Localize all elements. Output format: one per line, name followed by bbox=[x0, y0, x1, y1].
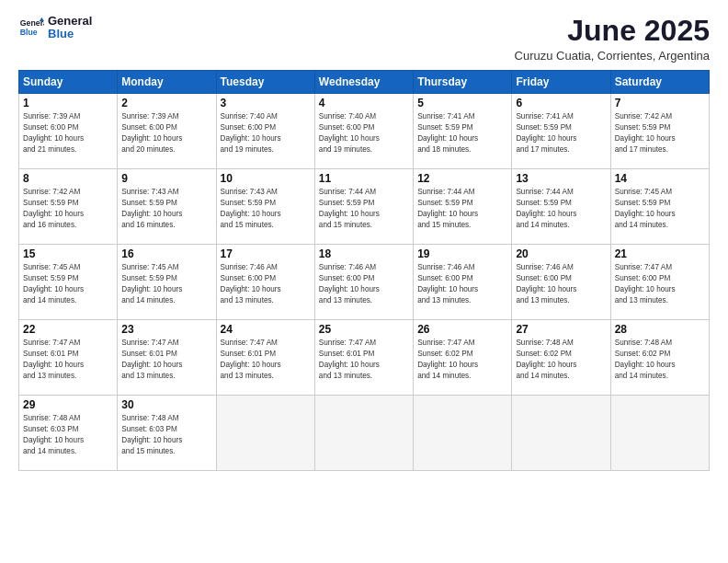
calendar-cell: 19Sunrise: 7:46 AM Sunset: 6:00 PM Dayli… bbox=[414, 245, 512, 320]
day-info: Sunrise: 7:40 AM Sunset: 6:00 PM Dayligh… bbox=[221, 111, 311, 155]
location: Curuzu Cuatia, Corrientes, Argentina bbox=[515, 49, 710, 63]
day-info: Sunrise: 7:47 AM Sunset: 6:02 PM Dayligh… bbox=[417, 338, 507, 382]
calendar-cell: 18Sunrise: 7:46 AM Sunset: 6:00 PM Dayli… bbox=[314, 245, 413, 320]
day-number: 18 bbox=[319, 247, 409, 260]
calendar-cell: 13Sunrise: 7:44 AM Sunset: 5:59 PM Dayli… bbox=[512, 169, 610, 245]
calendar-table: Sunday Monday Tuesday Wednesday Thursday… bbox=[18, 70, 710, 471]
day-number: 7 bbox=[615, 97, 705, 109]
day-info: Sunrise: 7:47 AM Sunset: 6:01 PM Dayligh… bbox=[221, 338, 311, 382]
calendar-cell bbox=[512, 396, 610, 471]
day-info: Sunrise: 7:39 AM Sunset: 6:00 PM Dayligh… bbox=[23, 111, 113, 155]
day-number: 5 bbox=[417, 97, 507, 109]
header-sunday: Sunday bbox=[19, 71, 118, 94]
day-number: 10 bbox=[221, 172, 311, 185]
calendar-cell: 30Sunrise: 7:48 AM Sunset: 6:03 PM Dayli… bbox=[118, 396, 216, 471]
calendar-cell: 8Sunrise: 7:42 AM Sunset: 5:59 PM Daylig… bbox=[19, 169, 118, 245]
calendar-cell: 17Sunrise: 7:46 AM Sunset: 6:00 PM Dayli… bbox=[216, 245, 314, 320]
day-info: Sunrise: 7:44 AM Sunset: 5:59 PM Dayligh… bbox=[516, 187, 606, 231]
logo-text-blue: Blue bbox=[48, 28, 92, 40]
calendar-cell bbox=[216, 396, 314, 471]
day-info: Sunrise: 7:41 AM Sunset: 5:59 PM Dayligh… bbox=[417, 111, 507, 155]
day-number: 29 bbox=[23, 398, 113, 411]
calendar-cell bbox=[414, 396, 512, 471]
calendar-cell: 21Sunrise: 7:47 AM Sunset: 6:00 PM Dayli… bbox=[610, 245, 709, 320]
header-tuesday: Tuesday bbox=[216, 71, 314, 94]
calendar-body: 1Sunrise: 7:39 AM Sunset: 6:00 PM Daylig… bbox=[19, 94, 710, 471]
calendar-cell: 7Sunrise: 7:42 AM Sunset: 5:59 PM Daylig… bbox=[610, 94, 709, 169]
day-info: Sunrise: 7:48 AM Sunset: 6:02 PM Dayligh… bbox=[516, 338, 606, 382]
day-number: 13 bbox=[516, 172, 606, 185]
weekday-header-row: Sunday Monday Tuesday Wednesday Thursday… bbox=[19, 71, 710, 94]
day-number: 14 bbox=[615, 172, 705, 185]
day-info: Sunrise: 7:48 AM Sunset: 6:03 PM Dayligh… bbox=[121, 413, 211, 457]
day-number: 3 bbox=[221, 97, 311, 109]
calendar-cell: 27Sunrise: 7:48 AM Sunset: 6:02 PM Dayli… bbox=[512, 320, 610, 396]
calendar-week-row: 15Sunrise: 7:45 AM Sunset: 5:59 PM Dayli… bbox=[19, 245, 710, 320]
day-number: 28 bbox=[615, 323, 705, 336]
calendar-cell bbox=[314, 396, 413, 471]
day-info: Sunrise: 7:48 AM Sunset: 6:02 PM Dayligh… bbox=[615, 338, 705, 382]
day-info: Sunrise: 7:44 AM Sunset: 5:59 PM Dayligh… bbox=[319, 187, 409, 231]
day-info: Sunrise: 7:47 AM Sunset: 6:00 PM Dayligh… bbox=[615, 262, 705, 306]
day-info: Sunrise: 7:48 AM Sunset: 6:03 PM Dayligh… bbox=[23, 413, 113, 457]
day-info: Sunrise: 7:45 AM Sunset: 5:59 PM Dayligh… bbox=[615, 187, 705, 231]
calendar-cell: 6Sunrise: 7:41 AM Sunset: 5:59 PM Daylig… bbox=[512, 94, 610, 169]
calendar-cell: 15Sunrise: 7:45 AM Sunset: 5:59 PM Dayli… bbox=[19, 245, 118, 320]
calendar-cell: 2Sunrise: 7:39 AM Sunset: 6:00 PM Daylig… bbox=[118, 94, 216, 169]
calendar-week-row: 1Sunrise: 7:39 AM Sunset: 6:00 PM Daylig… bbox=[19, 94, 710, 169]
calendar-cell: 5Sunrise: 7:41 AM Sunset: 5:59 PM Daylig… bbox=[414, 94, 512, 169]
calendar-cell: 4Sunrise: 7:40 AM Sunset: 6:00 PM Daylig… bbox=[314, 94, 413, 169]
title-block: June 2025 Curuzu Cuatia, Corrientes, Arg… bbox=[515, 15, 710, 63]
header-monday: Monday bbox=[118, 71, 216, 94]
calendar-cell bbox=[610, 396, 709, 471]
day-number: 8 bbox=[23, 172, 113, 185]
calendar-cell: 1Sunrise: 7:39 AM Sunset: 6:00 PM Daylig… bbox=[19, 94, 118, 169]
day-number: 2 bbox=[121, 97, 211, 109]
day-info: Sunrise: 7:41 AM Sunset: 5:59 PM Dayligh… bbox=[516, 111, 606, 155]
calendar-cell: 3Sunrise: 7:40 AM Sunset: 6:00 PM Daylig… bbox=[216, 94, 314, 169]
day-number: 20 bbox=[516, 247, 606, 260]
calendar-cell: 26Sunrise: 7:47 AM Sunset: 6:02 PM Dayli… bbox=[414, 320, 512, 396]
day-info: Sunrise: 7:42 AM Sunset: 5:59 PM Dayligh… bbox=[615, 111, 705, 155]
calendar-cell: 24Sunrise: 7:47 AM Sunset: 6:01 PM Dayli… bbox=[216, 320, 314, 396]
day-info: Sunrise: 7:46 AM Sunset: 6:00 PM Dayligh… bbox=[221, 262, 311, 306]
day-info: Sunrise: 7:47 AM Sunset: 6:01 PM Dayligh… bbox=[23, 338, 113, 382]
calendar-week-row: 8Sunrise: 7:42 AM Sunset: 5:59 PM Daylig… bbox=[19, 169, 710, 245]
calendar-cell: 22Sunrise: 7:47 AM Sunset: 6:01 PM Dayli… bbox=[19, 320, 118, 396]
day-number: 17 bbox=[221, 247, 311, 260]
day-number: 11 bbox=[319, 172, 409, 185]
calendar-cell: 11Sunrise: 7:44 AM Sunset: 5:59 PM Dayli… bbox=[314, 169, 413, 245]
header-saturday: Saturday bbox=[610, 71, 709, 94]
day-number: 30 bbox=[121, 398, 211, 411]
day-number: 25 bbox=[319, 323, 409, 336]
day-number: 6 bbox=[516, 97, 606, 109]
day-info: Sunrise: 7:47 AM Sunset: 6:01 PM Dayligh… bbox=[319, 338, 409, 382]
calendar-cell: 23Sunrise: 7:47 AM Sunset: 6:01 PM Dayli… bbox=[118, 320, 216, 396]
day-info: Sunrise: 7:45 AM Sunset: 5:59 PM Dayligh… bbox=[23, 262, 113, 306]
day-info: Sunrise: 7:46 AM Sunset: 6:00 PM Dayligh… bbox=[417, 262, 507, 306]
header-wednesday: Wednesday bbox=[314, 71, 413, 94]
calendar-week-row: 22Sunrise: 7:47 AM Sunset: 6:01 PM Dayli… bbox=[19, 320, 710, 396]
calendar-cell: 12Sunrise: 7:44 AM Sunset: 5:59 PM Dayli… bbox=[414, 169, 512, 245]
logo: General Blue General Blue bbox=[18, 15, 92, 41]
day-info: Sunrise: 7:40 AM Sunset: 6:00 PM Dayligh… bbox=[319, 111, 409, 155]
calendar-cell: 25Sunrise: 7:47 AM Sunset: 6:01 PM Dayli… bbox=[314, 320, 413, 396]
day-number: 19 bbox=[417, 247, 507, 260]
day-info: Sunrise: 7:43 AM Sunset: 5:59 PM Dayligh… bbox=[121, 187, 211, 231]
calendar-page: General Blue General Blue June 2025 Curu… bbox=[0, 0, 728, 563]
day-info: Sunrise: 7:46 AM Sunset: 6:00 PM Dayligh… bbox=[516, 262, 606, 306]
calendar-cell: 10Sunrise: 7:43 AM Sunset: 5:59 PM Dayli… bbox=[216, 169, 314, 245]
calendar-cell: 14Sunrise: 7:45 AM Sunset: 5:59 PM Dayli… bbox=[610, 169, 709, 245]
day-info: Sunrise: 7:46 AM Sunset: 6:00 PM Dayligh… bbox=[319, 262, 409, 306]
day-info: Sunrise: 7:42 AM Sunset: 5:59 PM Dayligh… bbox=[23, 187, 113, 231]
day-number: 12 bbox=[417, 172, 507, 185]
calendar-cell: 28Sunrise: 7:48 AM Sunset: 6:02 PM Dayli… bbox=[610, 320, 709, 396]
calendar-cell: 16Sunrise: 7:45 AM Sunset: 5:59 PM Dayli… bbox=[118, 245, 216, 320]
logo-icon: General Blue bbox=[18, 15, 44, 40]
day-info: Sunrise: 7:44 AM Sunset: 5:59 PM Dayligh… bbox=[417, 187, 507, 231]
calendar-cell: 29Sunrise: 7:48 AM Sunset: 6:03 PM Dayli… bbox=[19, 396, 118, 471]
header-friday: Friday bbox=[512, 71, 610, 94]
day-info: Sunrise: 7:47 AM Sunset: 6:01 PM Dayligh… bbox=[121, 338, 211, 382]
month-title: June 2025 bbox=[515, 15, 710, 47]
calendar-header: Sunday Monday Tuesday Wednesday Thursday… bbox=[19, 71, 710, 94]
